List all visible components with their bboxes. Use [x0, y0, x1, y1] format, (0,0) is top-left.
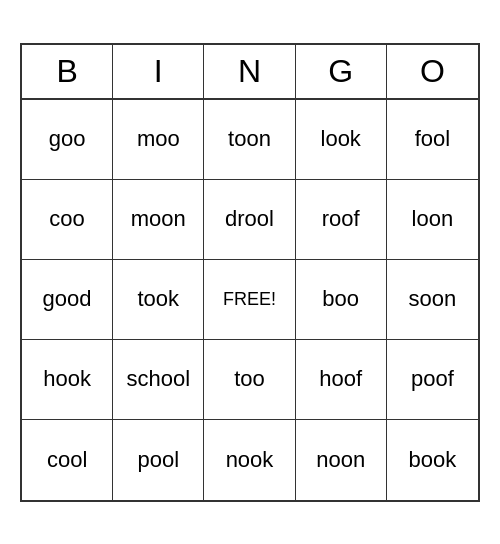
bingo-cell: moon [113, 180, 204, 260]
bingo-cell: soon [387, 260, 478, 340]
bingo-cell: too [204, 340, 295, 420]
bingo-cell: good [22, 260, 113, 340]
bingo-grid: goomootoonlookfoolcoomoondroolroofloongo… [22, 100, 478, 500]
bingo-cell: school [113, 340, 204, 420]
header-letter: B [22, 45, 113, 98]
bingo-cell: FREE! [204, 260, 295, 340]
bingo-cell: nook [204, 420, 295, 500]
bingo-cell: pool [113, 420, 204, 500]
bingo-cell: look [296, 100, 387, 180]
bingo-cell: cool [22, 420, 113, 500]
header-letter: I [113, 45, 204, 98]
bingo-cell: loon [387, 180, 478, 260]
header-letter: O [387, 45, 478, 98]
bingo-cell: goo [22, 100, 113, 180]
bingo-cell: noon [296, 420, 387, 500]
bingo-cell: drool [204, 180, 295, 260]
bingo-cell: took [113, 260, 204, 340]
bingo-cell: boo [296, 260, 387, 340]
bingo-cell: coo [22, 180, 113, 260]
bingo-cell: moo [113, 100, 204, 180]
bingo-cell: toon [204, 100, 295, 180]
bingo-header: BINGO [22, 45, 478, 100]
header-letter: G [296, 45, 387, 98]
bingo-cell: fool [387, 100, 478, 180]
bingo-cell: hook [22, 340, 113, 420]
bingo-cell: poof [387, 340, 478, 420]
bingo-cell: roof [296, 180, 387, 260]
bingo-cell: book [387, 420, 478, 500]
header-letter: N [204, 45, 295, 98]
bingo-cell: hoof [296, 340, 387, 420]
bingo-card: BINGO goomootoonlookfoolcoomoondroolroof… [20, 43, 480, 502]
